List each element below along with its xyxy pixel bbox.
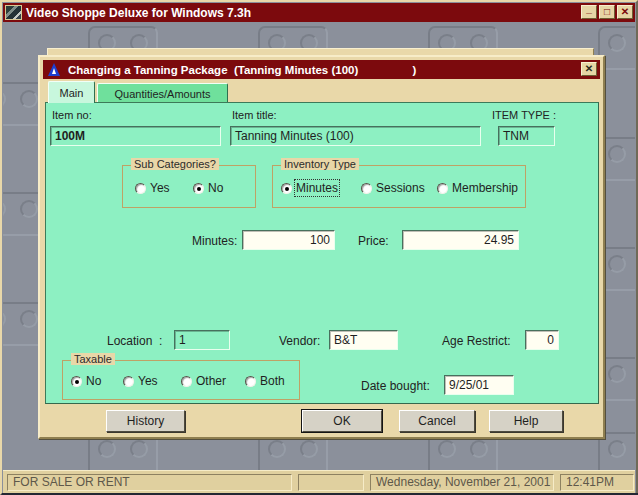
radio-icon [71,376,82,387]
radio-icon [123,376,134,387]
radio-label: Membership [452,181,518,195]
radio-sub-categories-yes[interactable]: Yes [135,181,170,195]
window-controls: _ □ ✕ [581,5,633,19]
radio-sub-categories-no[interactable]: No [193,181,223,195]
age-restrict-field[interactable]: 0 [525,330,559,350]
minutes-field[interactable]: 100 [242,230,335,250]
radio-icon [437,183,448,194]
price-label: Price: [358,234,389,248]
status-date: Wednesday, November 21, 2001 [370,474,554,491]
item-type-field[interactable]: TNM [498,126,555,146]
item-title-field[interactable]: Tanning Minutes (100) [230,126,481,146]
radio-inventory-minutes[interactable]: Minutes [281,181,338,195]
radio-icon [245,376,256,387]
window-background: Changing a Tanning Package (Tanning Minu… [3,22,635,470]
main-window: Video Shoppe Deluxe for Windows 7.3h _ □… [0,0,638,495]
taxable-label: Taxable [71,353,115,365]
inventory-type-group: Inventory Type Minutes Sessions Membersh… [272,165,526,208]
radio-label: Yes [138,374,158,388]
tab-main[interactable]: Main [48,81,95,103]
maximize-icon[interactable]: □ [599,5,615,19]
location-field[interactable]: 1 [174,330,230,350]
radio-label: No [86,374,101,388]
status-empty-cell [298,474,364,491]
radio-inventory-sessions[interactable]: Sessions [361,181,425,195]
radio-label: Yes [150,181,170,195]
radio-inventory-membership[interactable]: Membership [437,181,518,195]
radio-icon [281,183,292,194]
taxable-group: Taxable No Yes Other Bo [62,360,300,400]
sub-categories-label: Sub Categories? [131,158,219,170]
radio-label: Other [196,374,226,388]
dialog-titlebar[interactable]: Changing a Tanning Package (Tanning Minu… [43,60,600,79]
status-message: FOR SALE OR RENT [7,474,292,491]
item-no-field[interactable]: 100M [50,126,221,146]
minimize-icon[interactable]: _ [581,5,597,19]
item-title-label: Item title: [232,109,277,121]
tab-quantities-amounts[interactable]: Quantities/Amounts [97,83,228,103]
close-icon[interactable]: ✕ [617,5,633,19]
radio-label: No [208,181,223,195]
radio-icon [193,183,204,194]
radio-taxable-no[interactable]: No [71,374,101,388]
radio-taxable-other[interactable]: Other [181,374,226,388]
age-restrict-label: Age Restrict: [442,334,511,348]
radio-label: Sessions [376,181,425,195]
video-camera-icon [5,5,22,20]
radio-taxable-yes[interactable]: Yes [123,374,158,388]
price-field[interactable]: 24.95 [402,230,519,250]
radio-icon [361,183,372,194]
vendor-field[interactable]: B&T [329,330,398,350]
radio-taxable-both[interactable]: Both [245,374,285,388]
help-button[interactable]: Help [489,410,563,432]
item-type-label: ITEM TYPE : [492,109,556,121]
inventory-type-label: Inventory Type [281,158,359,170]
vendor-label: Vendor: [279,334,320,348]
window-title: Video Shoppe Deluxe for Windows 7.3h [26,6,251,20]
item-no-label: Item no: [52,109,92,121]
main-tab-panel: Item no: Item title: ITEM TYPE : 100M Ta… [45,102,599,404]
status-time: 12:41PM [560,474,634,491]
dialog-title: Changing a Tanning Package (Tanning Minu… [68,64,416,76]
window-titlebar[interactable]: Video Shoppe Deluxe for Windows 7.3h _ □… [3,3,635,22]
radio-label: Both [260,374,285,388]
status-bar: FOR SALE OR RENT Wednesday, November 21,… [3,470,635,493]
ok-button[interactable]: OK [302,410,382,432]
radio-label: Minutes [296,181,338,195]
sailboat-icon [48,63,60,76]
location-label: Location : [107,334,162,348]
dialog-changing-tanning-package: Changing a Tanning Package (Tanning Minu… [38,55,605,439]
dialog-close-icon[interactable]: ✕ [581,62,597,76]
date-bought-field[interactable]: 9/25/01 [444,375,514,395]
date-bought-label: Date bought: [361,379,430,393]
radio-icon [181,376,192,387]
minutes-label: Minutes: [192,234,237,248]
sub-categories-group: Sub Categories? Yes No [122,165,256,208]
cancel-button[interactable]: Cancel [399,410,475,432]
history-button[interactable]: History [106,410,185,432]
radio-icon [135,183,146,194]
